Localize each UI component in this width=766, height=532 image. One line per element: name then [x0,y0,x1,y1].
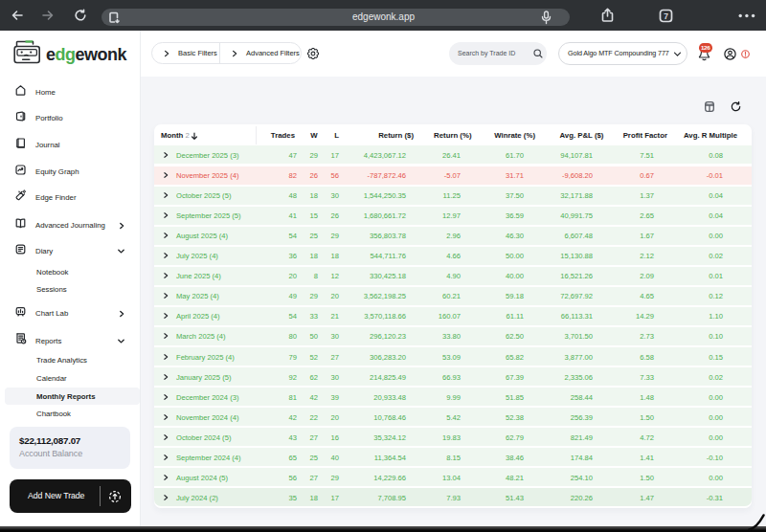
svg-text:7: 7 [664,11,668,21]
